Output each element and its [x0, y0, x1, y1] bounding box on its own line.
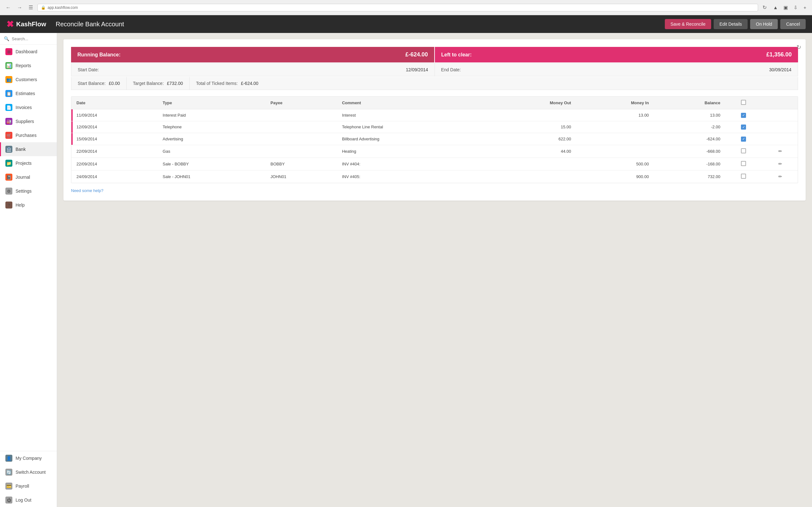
- sidebar-item-estimates[interactable]: 📋 Estimates: [0, 87, 57, 101]
- row-payee-2: [267, 133, 338, 145]
- refresh-button[interactable]: ↻: [797, 44, 801, 51]
- sidebar-item-settings[interactable]: ⚙ Settings: [0, 184, 57, 198]
- total-ticked-value: £-624.00: [241, 81, 258, 86]
- sidebar-item-help[interactable]: ? Help: [0, 198, 57, 212]
- row-action-cell-1: [763, 121, 798, 133]
- running-balance-label: Running Balance:: [78, 52, 120, 58]
- forward-button[interactable]: →: [15, 3, 24, 12]
- row-type-1: Telephone: [159, 121, 267, 133]
- table-header-row: Date Type Payee Comment Money Out Money …: [71, 97, 798, 109]
- row-money-in-3: [575, 145, 653, 158]
- row-checkbox-cell-0: ✓: [724, 109, 763, 121]
- end-date-value: 30/09/2014: [769, 67, 792, 72]
- total-ticked-cell: Total of Ticked Items: £-624.00: [190, 77, 265, 90]
- sidebar-item-logout[interactable]: ⏻ Log Out: [0, 493, 57, 507]
- row-checkbox-2[interactable]: ✓: [741, 136, 746, 142]
- sidebar-item-label-journal: Journal: [15, 175, 30, 180]
- search-input[interactable]: [12, 37, 53, 41]
- reports-icon: 📊: [5, 62, 12, 69]
- row-action-cell-0: [763, 109, 798, 121]
- row-money-out-3: 44.00: [487, 145, 575, 158]
- select-all-checkbox[interactable]: [741, 100, 746, 105]
- comment-col-header: Comment: [338, 97, 487, 109]
- sidebar-item-label-projects: Projects: [15, 161, 32, 166]
- search-icon: 🔍: [4, 36, 9, 41]
- running-balance-value: £-624.00: [405, 51, 428, 58]
- row-money-out-1: 15.00: [487, 121, 575, 133]
- start-date-cell: Start Date: 12/09/2014: [71, 63, 435, 76]
- row-edit-4[interactable]: ✏: [778, 161, 782, 166]
- row-checkbox-5[interactable]: [741, 174, 746, 179]
- edit-details-button[interactable]: Edit Details: [714, 19, 748, 29]
- sidebar-item-dashboard[interactable]: ⊞ Dashboard: [0, 45, 57, 59]
- suppliers-icon: 🏭: [5, 118, 12, 125]
- sidebar-item-mycompany[interactable]: 👤 My Company: [0, 451, 57, 465]
- sidebar-item-purchases[interactable]: 🛒 Purchases: [0, 128, 57, 142]
- left-to-clear-value: £1,356.00: [766, 51, 792, 58]
- row-checkbox-cell-5: [724, 170, 763, 183]
- sidebar-item-customers[interactable]: 👥 Customers: [0, 72, 57, 87]
- row-checkbox-0[interactable]: ✓: [741, 113, 746, 118]
- new-tab-button[interactable]: +: [802, 3, 808, 12]
- page-title: Reconcile Bank Account: [55, 20, 658, 28]
- sidebar-item-label-mycompany: My Company: [15, 456, 42, 461]
- end-date-cell: End Date: 30/09/2014: [435, 63, 798, 76]
- reconcile-card: ↻ Running Balance: £-624.00 Left to clea…: [63, 39, 806, 201]
- sidebar-item-bank[interactable]: 🏦 Bank: [0, 142, 57, 156]
- tabs-button[interactable]: ▣: [781, 3, 790, 12]
- row-date-4: 22/09/2014: [72, 158, 159, 170]
- sidebar-item-label-help: Help: [15, 203, 25, 208]
- row-balance-3: -668.00: [653, 145, 724, 158]
- sidebar-item-projects[interactable]: 📁 Projects: [0, 156, 57, 170]
- sidebar-item-journal[interactable]: 📓 Journal: [0, 170, 57, 184]
- row-checkbox-4[interactable]: [741, 161, 746, 166]
- share-button[interactable]: ▲: [771, 3, 780, 12]
- row-checkbox-3[interactable]: [741, 148, 746, 153]
- row-comment-0: Interest: [338, 109, 487, 121]
- sidebar-item-suppliers[interactable]: 🏭 Suppliers: [0, 114, 57, 128]
- cancel-button[interactable]: Cancel: [780, 19, 806, 29]
- download-button[interactable]: ⇩: [792, 3, 800, 12]
- on-hold-button[interactable]: On Hold: [750, 19, 778, 29]
- switch-icon: 🔄: [5, 469, 12, 475]
- end-date-label: End Date:: [441, 67, 461, 72]
- row-type-4: Sale - BOBBY: [159, 158, 267, 170]
- row-type-0: Interest Paid: [159, 109, 267, 121]
- start-balance-label: Start Balance:: [78, 81, 106, 86]
- checkbox-col-header: [724, 97, 763, 109]
- sidebar-item-label-settings: Settings: [15, 188, 32, 193]
- browser-chrome: ← → ☰ 🔒 app.kashflow.com ↻ ▲ ▣ ⇩ +: [0, 0, 812, 15]
- sidebar-item-reports[interactable]: 📊 Reports: [0, 59, 57, 72]
- row-balance-2: -624.00: [653, 133, 724, 145]
- row-edit-5[interactable]: ✏: [778, 174, 782, 179]
- row-money-out-2: 622.00: [487, 133, 575, 145]
- sidebar-nav: ⊞ Dashboard 📊 Reports 👥 Customers 📋 Esti…: [0, 45, 57, 451]
- sidebar-item-payroll[interactable]: 💳 Payroll: [0, 479, 57, 493]
- browser-actions: ▲ ▣ ⇩ +: [771, 3, 808, 12]
- sidebar-item-invoices[interactable]: 📄 Invoices: [0, 101, 57, 114]
- save-reconcile-button[interactable]: Save & Reconcile: [665, 19, 711, 29]
- row-edit-3[interactable]: ✏: [778, 149, 782, 154]
- row-comment-3: Heating: [338, 145, 487, 158]
- row-balance-4: -168.00: [653, 158, 724, 170]
- top-actions: Save & Reconcile Edit Details On Hold Ca…: [665, 19, 806, 29]
- customers-icon: 👥: [5, 76, 12, 83]
- lock-icon: 🔒: [41, 5, 46, 10]
- balance-col-header: Balance: [653, 97, 724, 109]
- help-link[interactable]: Need some help?: [71, 188, 103, 193]
- sidebar-item-switch[interactable]: 🔄 Switch Account: [0, 465, 57, 479]
- row-checkbox-1[interactable]: ✓: [741, 124, 746, 130]
- address-bar[interactable]: 🔒 app.kashflow.com: [38, 4, 758, 11]
- sidebar-item-label-customers: Customers: [15, 77, 37, 82]
- start-balance-cell: Start Balance: £0.00: [71, 77, 126, 90]
- start-date-value: 12/09/2014: [406, 67, 428, 72]
- reload-button[interactable]: ↻: [761, 3, 768, 12]
- sidebar-toggle-button[interactable]: ☰: [27, 3, 35, 12]
- row-money-in-2: [575, 133, 653, 145]
- row-date-5: 24/09/2014: [72, 170, 159, 183]
- type-col-header: Type: [159, 97, 267, 109]
- sidebar-item-label-logout: Log Out: [15, 498, 32, 503]
- sidebar-item-label-estimates: Estimates: [15, 91, 35, 96]
- row-payee-1: [267, 121, 338, 133]
- back-button[interactable]: ←: [4, 3, 13, 12]
